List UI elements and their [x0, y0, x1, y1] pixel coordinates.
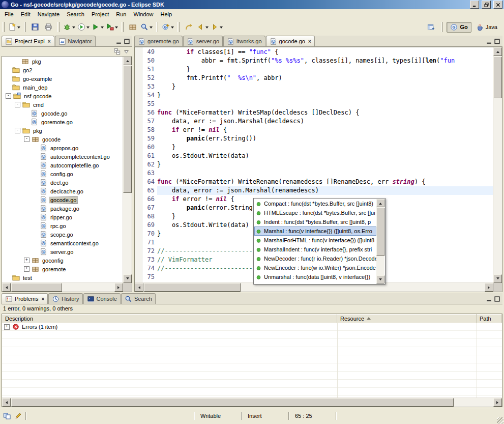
- new-wizard-button[interactable]: [7, 21, 21, 33]
- debug-button[interactable]: [62, 21, 76, 33]
- autocomplete-item[interactable]: Indent : func(dst *bytes.Buffer, src []u…: [254, 217, 376, 227]
- perspective-go[interactable]: GGo: [447, 22, 471, 33]
- code-line-65[interactable]: data, error := json.Marshal(renamedescs): [157, 186, 493, 195]
- tree-item-main-dep[interactable]: main_dep: [3, 83, 123, 92]
- scrollbar-thumb[interactable]: [123, 66, 132, 193]
- minimize-view-button[interactable]: [486, 296, 492, 302]
- expand-toggle[interactable]: +: [24, 258, 29, 263]
- tree-item-go-example[interactable]: go-example: [3, 74, 123, 83]
- tab-console[interactable]: Console: [83, 293, 121, 304]
- scrollbar-thumb[interactable]: [376, 208, 384, 256]
- tree-item-gocode-go[interactable]: Ggocode.go: [3, 109, 123, 118]
- run-last-button[interactable]: [91, 21, 105, 33]
- tab-project-expl[interactable]: Project Expl×: [2, 36, 54, 46]
- menu-window[interactable]: Window: [130, 10, 157, 19]
- autocomplete-item[interactable]: NewDecoder : func(r io.Reader) *json.Dec…: [254, 254, 376, 263]
- scroll-left-button[interactable]: [2, 283, 11, 292]
- scroll-up-button[interactable]: [376, 199, 384, 207]
- problems-horizontal-scrollbar[interactable]: [2, 398, 502, 407]
- go-package-button[interactable]: [126, 21, 139, 33]
- tree-item-server-go[interactable]: Gserver.go: [3, 247, 123, 256]
- code-line-51[interactable]: }: [157, 65, 493, 74]
- code-line-55[interactable]: [157, 100, 493, 108]
- problems-table-body[interactable]: +Errors (1 item): [2, 323, 502, 398]
- tree-vertical-scrollbar[interactable]: [123, 56, 132, 283]
- tree-item-semanticcontext-go[interactable]: Gsemanticcontext.go: [3, 239, 123, 247]
- scrollbar-thumb[interactable]: [11, 398, 454, 407]
- autocomplete-item[interactable]: HTMLEscape : func(dst *bytes.Buffer, src…: [254, 208, 376, 217]
- view-menu-button[interactable]: [123, 48, 130, 55]
- menu-edit[interactable]: Edit: [17, 10, 34, 19]
- autocomplete-item[interactable]: MarshalForHTML : func(v interface{}) ([]…: [254, 236, 376, 245]
- run-button[interactable]: [76, 21, 91, 33]
- menu-project[interactable]: Project: [88, 10, 112, 19]
- code-line-49[interactable]: if classes[i] == "func" {: [157, 48, 493, 56]
- scroll-up-button[interactable]: [493, 47, 502, 56]
- menu-help[interactable]: Help: [157, 10, 176, 19]
- scroll-down-button[interactable]: [123, 274, 132, 283]
- minimize-view-button[interactable]: [486, 38, 492, 45]
- tab-itworks-go[interactable]: Gitworks.go: [223, 36, 265, 46]
- dropdown-arrow-icon[interactable]: [17, 26, 20, 30]
- tree-item-go2[interactable]: go2: [3, 66, 123, 74]
- scroll-up-button[interactable]: [123, 56, 132, 65]
- code-line-61[interactable]: os.Stdout.Write(data): [157, 152, 493, 160]
- tree-horizontal-scrollbar[interactable]: [2, 282, 123, 292]
- scrollbar-thumb[interactable]: [493, 56, 502, 98]
- menu-file[interactable]: File: [1, 10, 17, 19]
- tree-item-gocode-go[interactable]: Ggocode.go: [3, 195, 123, 204]
- minimize-button[interactable]: [470, 1, 479, 9]
- tab-history[interactable]: History: [48, 293, 82, 304]
- tree-item-gocode[interactable]: -gocode: [3, 135, 123, 144]
- expand-toggle[interactable]: +: [24, 266, 29, 272]
- close-button[interactable]: [493, 1, 502, 9]
- restore-button[interactable]: [482, 1, 491, 9]
- dropdown-arrow-icon[interactable]: [72, 26, 75, 30]
- autocomplete-item[interactable]: Marshal : func(v interface{}) ([]uint8, …: [254, 227, 376, 236]
- code-line-57[interactable]: data, err := json.Marshal(decldescs): [157, 117, 493, 126]
- tree-item-decl-go[interactable]: Gdecl.go: [3, 178, 123, 187]
- tree-item-nsf-gocode[interactable]: -nsf-gocode: [3, 92, 123, 100]
- code-line-60[interactable]: }: [157, 143, 493, 152]
- code-line-50[interactable]: abbr = fmt.Sprintf("%s %s%s", classes[i]…: [157, 56, 493, 65]
- scroll-left-button[interactable]: [2, 398, 11, 407]
- problems-row[interactable]: +Errors (1 item): [2, 323, 502, 331]
- autocomplete-item[interactable]: NewEncoder : func(w io.Writer) *json.Enc…: [254, 263, 376, 272]
- autocomplete-scrollbar[interactable]: [376, 199, 384, 284]
- tree-item-package-go[interactable]: Gpackage.go: [3, 204, 123, 213]
- external-tools-button[interactable]: [105, 21, 119, 33]
- autocomplete-item[interactable]: Compact : func(dst *bytes.Buffer, src []…: [254, 199, 376, 208]
- code-line-54[interactable]: }: [157, 91, 493, 100]
- window-resize-grip[interactable]: [497, 417, 503, 424]
- autocomplete-item[interactable]: MarshalIndent : func(v interface{}, pref…: [254, 245, 376, 254]
- scroll-down-button[interactable]: [376, 275, 384, 284]
- tree-item-pkg[interactable]: -pkg: [3, 126, 123, 135]
- collapse-toggle[interactable]: -: [15, 128, 20, 133]
- code-line-53[interactable]: }: [157, 82, 493, 91]
- collapse-toggle[interactable]: -: [15, 102, 20, 107]
- back-button[interactable]: [195, 21, 210, 33]
- dropdown-arrow-icon[interactable]: [220, 26, 223, 30]
- autocomplete-list[interactable]: Compact : func(dst *bytes.Buffer, src []…: [254, 199, 376, 284]
- code-line-64[interactable]: func (*NiceFormatter) WriteRename(rename…: [157, 178, 493, 186]
- save-button[interactable]: [28, 21, 42, 33]
- scroll-down-button[interactable]: [493, 274, 502, 283]
- dropdown-arrow-icon[interactable]: [101, 26, 104, 30]
- code-line-63[interactable]: [157, 169, 493, 178]
- fast-view-icon[interactable]: [3, 412, 11, 420]
- tab-search[interactable]: Search: [121, 293, 156, 304]
- scrollbar-thumb[interactable]: [11, 283, 62, 292]
- maximize-view-button[interactable]: [494, 38, 500, 45]
- code-line-56[interactable]: func (*NiceFormatter) WriteSMap(decldesc…: [157, 108, 493, 117]
- collapse-all-button[interactable]: [113, 48, 121, 55]
- collapse-toggle[interactable]: -: [6, 93, 11, 99]
- scrollbar-thumb[interactable]: [144, 283, 241, 292]
- maximize-view-button[interactable]: [124, 38, 130, 45]
- tree-item-declcache-go[interactable]: Gdeclcache.go: [3, 187, 123, 195]
- tab-server-go[interactable]: Gserver.go: [183, 36, 223, 46]
- titlebar[interactable]: Go - nsf-gocode/src/pkg/gocode/gocode.go…: [0, 0, 504, 9]
- tree-item-apropos-go[interactable]: Gapropos.go: [3, 144, 123, 152]
- tree-item-goconfig[interactable]: +goconfig: [3, 256, 123, 265]
- search-button[interactable]: [139, 21, 154, 33]
- column-header-path[interactable]: Path: [477, 314, 502, 323]
